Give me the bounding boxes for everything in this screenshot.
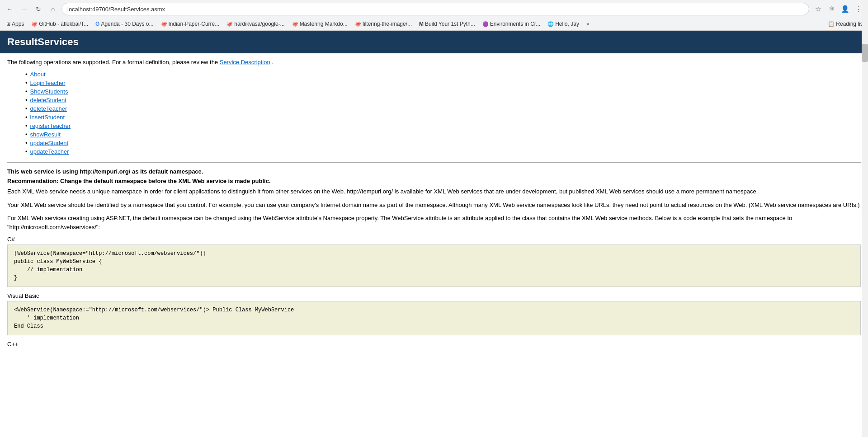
reading-list-icon: 📋 bbox=[828, 21, 835, 27]
operation-delete-student[interactable]: deleteStudent bbox=[30, 97, 66, 103]
bookmark-filtering-label: filtering-the-image/... bbox=[363, 21, 412, 27]
bookmark-hello-jay[interactable]: 🌐 Hello, Jay bbox=[545, 20, 582, 28]
bookmark-filtering[interactable]: 🐙 filtering-the-image/... bbox=[352, 20, 415, 28]
scrollbar-thumb[interactable] bbox=[862, 44, 868, 62]
para2: Your XML Web service should be identifie… bbox=[7, 201, 861, 210]
browser-chrome: ← → ↻ ⌂ localhost:49700/ResultServices.a… bbox=[0, 0, 868, 31]
profile-button[interactable]: 👤 bbox=[839, 3, 851, 15]
divider bbox=[7, 162, 861, 163]
scrollbar-track[interactable] bbox=[862, 0, 868, 355]
address-bar[interactable]: localhost:49700/ResultServices.asmx bbox=[61, 3, 809, 15]
bookmark-hardikvasa[interactable]: 🐙 hardikvasa/google-... bbox=[224, 20, 287, 28]
back-button[interactable]: ← bbox=[4, 3, 15, 15]
reload-button[interactable]: ↻ bbox=[33, 3, 44, 15]
extensions-button[interactable]: ⚛ bbox=[826, 3, 837, 15]
para3: For XML Web services creating using ASP.… bbox=[7, 214, 861, 231]
bookmarks-more-button[interactable]: » bbox=[585, 20, 591, 28]
bookmark-indian-paper-label: Indian-Paper-Curre... bbox=[169, 21, 220, 27]
bookmark-indian-paper[interactable]: 🐙 Indian-Paper-Curre... bbox=[158, 20, 222, 28]
page-title: ResultServices bbox=[7, 36, 861, 48]
medium-icon: M bbox=[419, 21, 424, 27]
bookmark-mastering-label: Mastering Markdo... bbox=[300, 21, 348, 27]
operation-show-result[interactable]: showResult bbox=[30, 131, 61, 138]
bookmark-mastering[interactable]: 🐙 Mastering Markdo... bbox=[289, 20, 350, 28]
operation-about[interactable]: About bbox=[30, 71, 46, 78]
para1: Each XML Web service needs a unique name… bbox=[7, 187, 861, 196]
bookmark-hello-jay-label: Hello, Jay bbox=[555, 21, 579, 27]
list-item: updateTeacher bbox=[25, 148, 861, 155]
browser-toolbar: ← → ↻ ⌂ localhost:49700/ResultServices.a… bbox=[0, 0, 868, 18]
browser-icons: ☆ ⚛ 👤 ⋮ bbox=[812, 3, 864, 15]
apps-icon: ⊞ bbox=[6, 21, 10, 27]
bookmark-environments[interactable]: 🟣 Environments in Cr... bbox=[480, 20, 543, 28]
page-content: ResultServices The following operations … bbox=[0, 31, 868, 355]
bookmark-hardikvasa-label: hardikvasa/google-... bbox=[234, 21, 284, 27]
bookmark-github[interactable]: 🐙 GitHub - atlekbai/T... bbox=[28, 20, 91, 28]
code-label-vb: Visual Basic bbox=[7, 292, 861, 299]
list-item: ShowStudents bbox=[25, 88, 861, 95]
list-item: insertStudent bbox=[25, 114, 861, 121]
code-block-vb: <WebService(Namespace:="http://microsoft… bbox=[7, 301, 861, 335]
bookmark-github-label: GitHub - atlekbai/T... bbox=[39, 21, 88, 27]
notion-icon: 🟣 bbox=[482, 21, 489, 27]
list-item: deleteTeacher bbox=[25, 105, 861, 112]
list-item: showResult bbox=[25, 131, 861, 138]
operation-update-teacher[interactable]: updateTeacher bbox=[30, 148, 69, 155]
globe-icon: 🌐 bbox=[547, 21, 554, 27]
github-icon-3: 🐙 bbox=[226, 21, 233, 27]
service-description-link[interactable]: Service Description bbox=[220, 59, 270, 66]
bookmark-agenda-label: Agenda - 30 Days o... bbox=[101, 21, 153, 27]
list-item: registerTeacher bbox=[25, 122, 861, 129]
bookmark-environments-label: Environments in Cr... bbox=[490, 21, 540, 27]
list-item: About bbox=[25, 71, 861, 78]
google-icon: G bbox=[95, 21, 99, 27]
bookmark-apps[interactable]: ⊞ Apps bbox=[4, 20, 27, 28]
github-icon-2: 🐙 bbox=[161, 21, 167, 27]
operation-delete-teacher[interactable]: deleteTeacher bbox=[30, 105, 67, 112]
operation-insert-student[interactable]: insertStudent bbox=[30, 114, 65, 121]
code-block-csharp: [WebService(Namespace="http://microsoft.… bbox=[7, 244, 861, 287]
operation-show-students[interactable]: ShowStudents bbox=[30, 88, 68, 95]
list-item: updateStudent bbox=[25, 140, 861, 146]
intro-text: The following operations are supported. … bbox=[7, 59, 218, 66]
page-header: ResultServices bbox=[0, 31, 868, 53]
page-body: The following operations are supported. … bbox=[0, 53, 868, 355]
code-label-cpp: C++ bbox=[7, 341, 861, 348]
bookmark-apps-label: Apps bbox=[12, 21, 24, 27]
operation-login-teacher[interactable]: LoginTeacher bbox=[30, 80, 66, 86]
url-text: localhost:49700/ResultServices.asmx bbox=[67, 6, 165, 13]
reading-list-label: Reading list bbox=[836, 21, 864, 27]
intro-end: . bbox=[272, 59, 274, 66]
forward-button[interactable]: → bbox=[18, 3, 30, 15]
list-item: deleteStudent bbox=[25, 97, 861, 103]
github-icon-5: 🐙 bbox=[355, 21, 361, 27]
reading-list-button[interactable]: 📋 Reading list bbox=[828, 21, 864, 27]
namespace-heading2: Recommendation: Change the default names… bbox=[7, 178, 861, 184]
bookmark-build-python[interactable]: M Build Your 1st Pyth... bbox=[416, 20, 478, 28]
bookmark-build-python-label: Build Your 1st Pyth... bbox=[425, 21, 475, 27]
intro-paragraph: The following operations are supported. … bbox=[7, 59, 861, 66]
namespace-heading1: This web service is using http://tempuri… bbox=[7, 168, 861, 175]
code-label-csharp: C# bbox=[7, 236, 861, 243]
github-icon-4: 🐙 bbox=[292, 21, 298, 27]
list-item: LoginTeacher bbox=[25, 80, 861, 86]
star-button[interactable]: ☆ bbox=[812, 3, 824, 15]
bookmark-agenda[interactable]: G Agenda - 30 Days o... bbox=[93, 20, 156, 28]
bookmarks-bar: ⊞ Apps 🐙 GitHub - atlekbai/T... G Agenda… bbox=[0, 18, 868, 30]
github-icon-1: 🐙 bbox=[31, 21, 38, 27]
operation-update-student[interactable]: updateStudent bbox=[30, 140, 69, 146]
operation-register-teacher[interactable]: registerTeacher bbox=[30, 122, 71, 129]
home-button[interactable]: ⌂ bbox=[47, 3, 59, 15]
operations-list: About LoginTeacher ShowStudents deleteSt… bbox=[25, 71, 861, 155]
